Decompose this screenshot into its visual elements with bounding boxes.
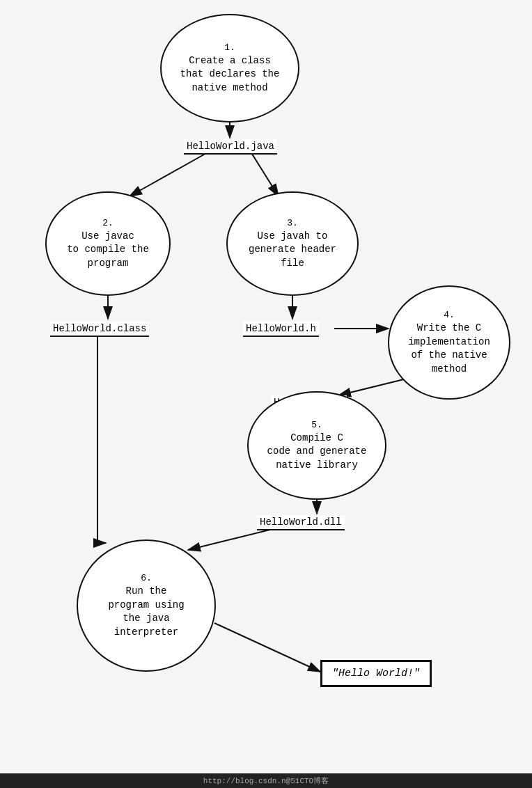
svg-line-1 — [130, 152, 209, 196]
step2-number: 2. — [67, 217, 149, 230]
svg-line-10 — [188, 528, 279, 550]
step5-ellipse: 5. Compile Ccode and generatenative libr… — [247, 391, 386, 500]
file-helloworld-class: HelloWorld.class — [50, 322, 149, 337]
step4-ellipse: 4. Write the Cimplementationof the nativ… — [388, 285, 510, 400]
step5-number: 5. — [267, 419, 367, 432]
file-helloworld-dll: HelloWorld.dll — [257, 515, 345, 530]
jni-diagram: 1. Create a classthat declares thenative… — [0, 0, 532, 788]
step1-number: 1. — [180, 42, 280, 54]
step6-number: 6. — [108, 572, 184, 585]
file-helloworld-h: HelloWorld.h — [243, 322, 319, 337]
step4-label: Write the Cimplementationof the nativeme… — [408, 322, 490, 375]
step5-label: Compile Ccode and generatenative library — [267, 432, 367, 471]
step6-ellipse: 6. Run theprogram usingthe javainterpret… — [77, 539, 216, 672]
step1-label: Create a classthat declares thenative me… — [180, 55, 280, 93]
step1-ellipse: 1. Create a classthat declares thenative… — [160, 14, 299, 123]
file-helloworld-java: HelloWorld.java — [184, 139, 277, 155]
step2-ellipse: 2. Use javacto compile theprogram — [45, 191, 171, 296]
svg-line-2 — [251, 152, 279, 196]
output-box: "Hello World!" — [320, 660, 432, 687]
watermark: http://blog.csdn.n@51CTO博客 — [0, 773, 532, 788]
svg-line-13 — [214, 623, 320, 672]
step6-label: Run theprogram usingthe javainterpreter — [108, 585, 184, 638]
step4-number: 4. — [408, 309, 490, 322]
step3-label: Use javah togenerate headerfile — [249, 230, 336, 269]
step2-label: Use javacto compile theprogram — [67, 230, 149, 269]
step3-number: 3. — [249, 217, 336, 230]
step3-ellipse: 3. Use javah togenerate headerfile — [226, 191, 359, 296]
output-text: "Hello World!" — [332, 668, 420, 679]
